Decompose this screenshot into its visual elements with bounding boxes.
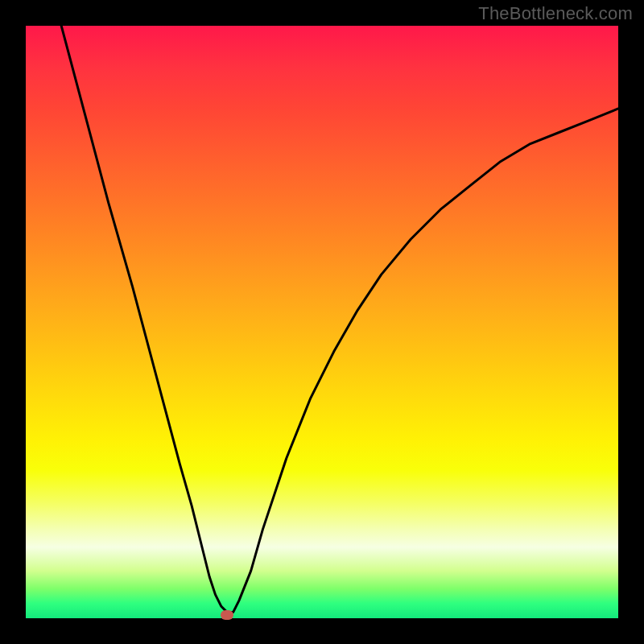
curve-path — [61, 26, 618, 613]
minimum-marker — [221, 610, 233, 620]
plot-area — [26, 26, 618, 618]
chart-frame: TheBottleneck.com — [0, 0, 644, 644]
watermark-text: TheBottleneck.com — [478, 3, 633, 24]
bottleneck-curve — [26, 26, 618, 618]
